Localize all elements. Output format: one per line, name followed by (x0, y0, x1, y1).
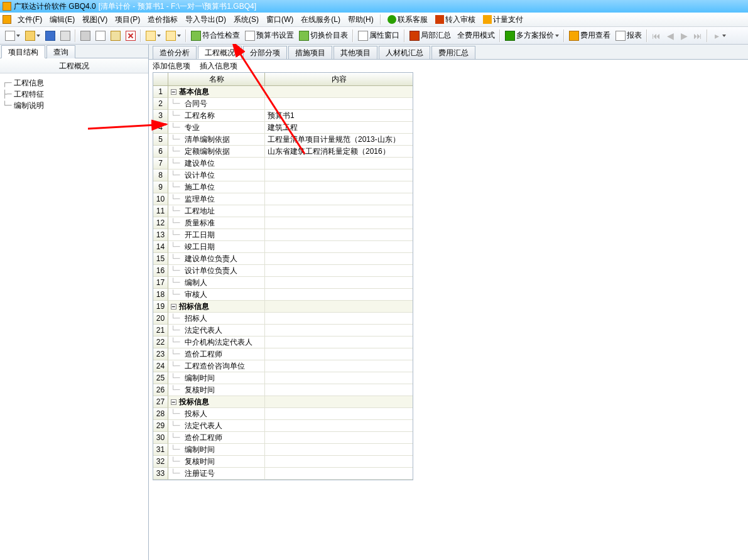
cell-name[interactable]: └─ 质量标准 (168, 217, 265, 229)
nav-last[interactable]: ⏭ (691, 29, 705, 43)
cell-name[interactable]: └─ 清单编制依据 (168, 134, 265, 146)
cell-content[interactable] (265, 301, 413, 313)
cell-content[interactable] (265, 396, 413, 408)
cell-name[interactable]: └─ 专业 (168, 122, 265, 134)
menu-item[interactable]: 文件(F) (14, 13, 46, 27)
cell-content[interactable] (265, 181, 413, 193)
cell-name[interactable]: └─ 编制时间 (168, 372, 265, 384)
table-row[interactable]: 1−基本信息 (153, 86, 413, 98)
cell-name[interactable]: └─ 定额编制依据 (168, 146, 265, 158)
table-row[interactable]: 7└─ 建设单位 (153, 158, 413, 170)
cell-name[interactable]: └─ 造价工程师 (168, 348, 265, 360)
action-add[interactable]: 添加信息项 (153, 60, 190, 72)
cell-content[interactable] (265, 265, 413, 277)
cell-content[interactable] (265, 432, 413, 444)
cell-content[interactable] (265, 408, 413, 420)
table-row[interactable]: 13└─ 开工日期 (153, 229, 413, 241)
table-row[interactable]: 3└─ 工程名称预算书1 (153, 110, 413, 122)
tool-budget[interactable]: 预算书设置 (242, 29, 296, 43)
tool-switch[interactable]: 切换价目表 (296, 29, 350, 43)
menu-item[interactable]: 造价指标 (144, 13, 182, 27)
table-row[interactable]: 8└─ 设计单位 (153, 170, 413, 181)
cell-name[interactable]: └─ 复核时间 (168, 456, 265, 468)
menu-pay[interactable]: 计量支付 (479, 13, 527, 27)
tool-check[interactable]: 符合性检查 (188, 29, 242, 43)
table-row[interactable]: 33└─ 注册证号 (153, 468, 413, 480)
cell-content[interactable] (265, 170, 413, 181)
content-tab[interactable]: 人材机汇总 (379, 46, 430, 59)
cell-name[interactable]: └─ 设计单位 (168, 170, 265, 181)
cell-name[interactable]: └─ 招标人 (168, 313, 265, 325)
table-row[interactable]: 20└─ 招标人 (153, 313, 413, 325)
tool-redo[interactable] (163, 29, 183, 43)
cell-name[interactable]: └─ 投标人 (168, 408, 265, 420)
table-row[interactable]: 24└─ 工程造价咨询单位 (153, 360, 413, 372)
table-row[interactable]: 27−投标信息 (153, 396, 413, 408)
cell-content[interactable] (265, 468, 413, 480)
table-row[interactable]: 32└─ 复核时间 (153, 456, 413, 468)
cell-name[interactable]: −招标信息 (168, 301, 265, 313)
table-row[interactable]: 18└─ 审核人 (153, 289, 413, 301)
nav-prev[interactable]: ◀ (663, 29, 677, 43)
table-row[interactable]: 21└─ 法定代表人 (153, 325, 413, 337)
cell-name[interactable]: └─ 中介机构法定代表人 (168, 337, 265, 348)
cell-content[interactable] (265, 205, 413, 217)
table-row[interactable]: 29└─ 法定代表人 (153, 420, 413, 432)
tool-multi-quote[interactable]: 多方案报价 (502, 29, 561, 43)
tool-open[interactable] (23, 29, 43, 43)
tool-delete[interactable] (123, 29, 138, 43)
table-row[interactable]: 4└─ 专业建筑工程 (153, 122, 413, 134)
table-row[interactable]: 17└─ 编制人 (153, 277, 413, 289)
tool-full-mode[interactable]: 全费用模式 (453, 29, 497, 43)
cell-content[interactable] (265, 277, 413, 289)
cell-content[interactable] (265, 444, 413, 456)
cell-content[interactable] (265, 325, 413, 337)
cell-content[interactable]: 预算书1 (265, 110, 413, 122)
tool-undo[interactable] (143, 29, 163, 43)
cell-content[interactable] (265, 313, 413, 325)
table-row[interactable]: 23└─ 造价工程师 (153, 348, 413, 360)
action-insert[interactable]: 插入信息项 (200, 60, 237, 72)
tool-prop[interactable]: 属性窗口 (355, 29, 402, 43)
table-row[interactable]: 10└─ 监理单位 (153, 193, 413, 205)
cell-content[interactable] (265, 456, 413, 468)
cell-content[interactable] (265, 193, 413, 205)
expander-icon[interactable]: − (171, 304, 176, 310)
content-tab[interactable]: 造价分析 (153, 46, 197, 59)
cell-content[interactable] (265, 384, 413, 396)
cell-content[interactable] (265, 289, 413, 301)
cell-content[interactable]: 建筑工程 (265, 122, 413, 134)
table-row[interactable]: 31└─ 编制时间 (153, 444, 413, 456)
table-row[interactable]: 5└─ 清单编制依据工程量清单项目计量规范（2013-山东） (153, 134, 413, 146)
left-tab-structure[interactable]: 项目结构 (1, 45, 45, 58)
nav-more[interactable]: ▸ (710, 29, 729, 43)
table-row[interactable]: 16└─ 设计单位负责人 (153, 265, 413, 277)
cell-name[interactable]: └─ 工程造价咨询单位 (168, 360, 265, 372)
menu-item[interactable]: 编辑(E) (46, 13, 79, 27)
cell-name[interactable]: └─ 建设单位 (168, 158, 265, 170)
cell-name[interactable]: └─ 建设单位负责人 (168, 253, 265, 265)
menu-item[interactable]: 项目(P) (111, 13, 144, 27)
tool-report[interactable]: 报表 (613, 29, 644, 43)
table-row[interactable]: 11└─ 工程地址 (153, 205, 413, 217)
cell-name[interactable]: └─ 合同号 (168, 98, 265, 110)
cell-name[interactable]: └─ 工程名称 (168, 110, 265, 122)
menu-item[interactable]: 帮助(H) (344, 13, 377, 27)
content-tab[interactable]: 费用汇总 (431, 46, 475, 59)
tool-new[interactable] (3, 29, 23, 43)
cell-name[interactable]: └─ 注册证号 (168, 468, 265, 480)
cell-content[interactable] (265, 360, 413, 372)
cell-content[interactable] (265, 372, 413, 384)
expander-icon[interactable]: − (171, 399, 176, 405)
cell-name[interactable]: −基本信息 (168, 86, 265, 98)
tool-cut[interactable] (78, 29, 93, 43)
table-row[interactable]: 2└─ 合同号 (153, 98, 413, 110)
cell-name[interactable]: └─ 竣工日期 (168, 241, 265, 253)
menu-item[interactable]: 导入导出(D) (182, 13, 230, 27)
cell-content[interactable] (265, 217, 413, 229)
cell-content[interactable] (265, 158, 413, 170)
content-tab[interactable]: 工程概况 (198, 46, 242, 59)
cell-name[interactable]: └─ 设计单位负责人 (168, 265, 265, 277)
cell-name[interactable]: └─ 开工日期 (168, 229, 265, 241)
table-row[interactable]: 19−招标信息 (153, 301, 413, 313)
